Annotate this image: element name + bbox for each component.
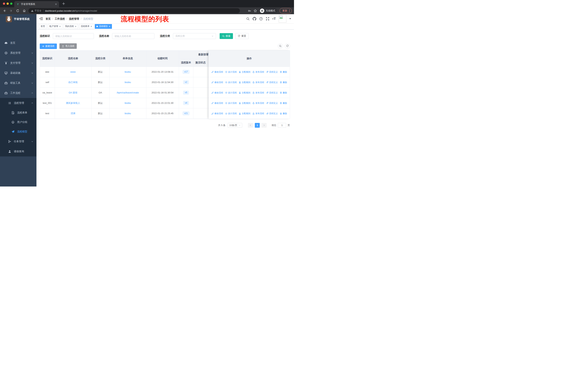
sidebar-item-leave-query[interactable]: 请假查询 [0, 146, 36, 156]
design-process-link[interactable]: 设计流程 [225, 112, 237, 115]
form-link[interactable]: biubiu [125, 112, 131, 115]
publish-process-link[interactable]: 发布流程 [252, 81, 264, 84]
design-process-link[interactable]: 设计流程 [225, 102, 237, 105]
user-avatar[interactable] [279, 15, 286, 23]
filter-id-input[interactable] [53, 33, 94, 39]
delete-link[interactable]: 删除 [280, 81, 287, 84]
close-window-button[interactable] [3, 2, 5, 5]
version-badge[interactable]: v4 [183, 101, 189, 105]
sidebar-item-payment[interactable]: 支付管理 [0, 58, 36, 68]
browser-update-button[interactable]: 更新 [280, 8, 292, 13]
url-text[interactable]: dashboard.yudao.iocoder.cn/bpm/manager/m… [45, 9, 97, 12]
next-page-button[interactable] [262, 123, 267, 128]
avatar-caret-icon[interactable] [289, 18, 291, 19]
import-process-button[interactable]: 导入流程 [59, 43, 77, 49]
delete-link[interactable]: 删除 [280, 71, 287, 74]
sidebar-item-process-form[interactable]: 流程表单 [0, 108, 36, 118]
edit-process-link[interactable]: 修改流程 [211, 81, 223, 84]
filter-category-select[interactable]: 流程分类 [173, 33, 216, 39]
delete-link[interactable]: 删除 [280, 91, 287, 94]
search-icon[interactable] [246, 17, 250, 20]
github-icon[interactable] [253, 17, 256, 20]
version-badge[interactable]: v17 [183, 70, 189, 74]
sidebar-item-devtools[interactable]: 研发工具 [0, 78, 36, 88]
minimize-window-button[interactable] [7, 2, 9, 5]
back-icon[interactable] [2, 8, 7, 13]
page-number-current[interactable]: 1 [255, 123, 260, 128]
maximize-window-button[interactable] [10, 2, 12, 5]
form-link[interactable]: /bpm/oa/leave/create [117, 91, 139, 94]
sidebar-item-infrastructure[interactable]: 基础设施 [0, 68, 36, 78]
home-icon[interactable] [22, 8, 27, 13]
tag-close-icon[interactable] [75, 26, 76, 27]
process-definition-link[interactable]: 流程定义 [266, 71, 278, 74]
process-definition-link[interactable]: 流程定义 [266, 102, 278, 105]
edit-process-link[interactable]: 修改流程 [211, 102, 223, 105]
assign-rule-link[interactable]: 分配规则 [239, 91, 251, 94]
sidebar-item-process-model[interactable]: 流程模型 [0, 127, 36, 136]
create-process-button[interactable]: 新建流程 [40, 43, 57, 49]
design-process-link[interactable]: 设计流程 [225, 71, 237, 74]
breadcrumb-workflow[interactable]: 工作流程 [55, 17, 65, 20]
kebab-menu-icon[interactable] [289, 9, 290, 12]
refresh-table-button[interactable] [285, 43, 290, 49]
forward-icon[interactable] [9, 8, 13, 13]
edit-process-link[interactable]: 修改流程 [211, 91, 223, 94]
sidebar-item-user-group[interactable]: 用户分组 [0, 118, 36, 127]
reload-icon[interactable] [15, 8, 20, 13]
tag-home[interactable]: 首页 [39, 24, 47, 29]
sidebar-item-process-manage[interactable]: 流程管理 [0, 98, 36, 108]
edit-process-link[interactable]: 修改流程 [211, 71, 223, 74]
bookmark-star-icon[interactable] [253, 9, 257, 13]
key-icon[interactable] [248, 9, 251, 13]
publish-process-link[interactable]: 发布流程 [252, 102, 264, 105]
help-icon[interactable] [259, 17, 263, 20]
fullscreen-icon[interactable] [266, 17, 269, 20]
edit-process-link[interactable]: 修改流程 [211, 112, 223, 115]
tag-process-model[interactable]: 流程模型 [95, 24, 112, 29]
breadcrumb-home[interactable]: 首页 [46, 17, 51, 20]
tag-process-form[interactable]: 流程表单 [79, 24, 94, 29]
browser-tab[interactable]: 芋道管理系统 [14, 1, 59, 7]
process-name-link[interactable]: eeee [70, 71, 76, 73]
assign-rule-link[interactable]: 分配规则 [239, 71, 251, 74]
prev-page-button[interactable] [248, 123, 253, 128]
filter-name-input[interactable] [112, 33, 154, 39]
design-process-link[interactable]: 设计流程 [225, 91, 237, 94]
version-badge[interactable]: v21 [183, 111, 189, 115]
reset-button[interactable]: 重置 [235, 33, 249, 39]
design-process-link[interactable]: 设计流程 [225, 81, 237, 84]
sidebar-item-task-manage[interactable]: 任务管理 [0, 136, 36, 146]
process-definition-link[interactable]: 流程定义 [266, 81, 278, 84]
assign-rule-link[interactable]: 分配规则 [239, 112, 251, 115]
process-name-link[interactable]: 滔博 [71, 112, 75, 115]
sidebar-item-workflow[interactable]: 工作流程 [0, 88, 36, 98]
tab-close-icon[interactable] [55, 3, 57, 5]
show-search-toggle-button[interactable] [278, 43, 283, 49]
sidebar-item-system[interactable]: 系统管理 [0, 48, 36, 58]
form-link[interactable]: biubiu [125, 102, 131, 104]
assign-rule-link[interactable]: 分配规则 [239, 81, 251, 84]
process-name-link[interactable]: OA 请假 [69, 91, 77, 94]
form-link[interactable]: biubiu [125, 81, 131, 84]
sidebar-logo[interactable]: 芋道管理系统 [0, 14, 36, 24]
address-field[interactable]: 不安全 dashboard.yudao.iocoder.cn/bpm/manag… [28, 8, 240, 13]
process-name-link[interactable]: 测试多审批人 [66, 102, 80, 104]
tag-close-icon[interactable] [59, 26, 61, 27]
publish-process-link[interactable]: 发布流程 [252, 91, 264, 94]
page-size-select[interactable]: 10条/页 [228, 123, 242, 128]
tag-close-icon[interactable] [109, 26, 110, 27]
publish-process-link[interactable]: 发布流程 [252, 112, 264, 115]
tag-close-icon[interactable] [91, 26, 92, 27]
tag-tenant[interactable]: 租户管理 [48, 24, 62, 29]
tag-my-process[interactable]: 我的流程 [63, 24, 78, 29]
font-size-icon[interactable]: TT [272, 17, 276, 21]
breadcrumb-process-manage[interactable]: 流程管理 [69, 17, 79, 20]
process-definition-link[interactable]: 流程定义 [266, 112, 278, 115]
version-badge[interactable]: v2 [183, 80, 189, 84]
publish-process-link[interactable]: 发布流程 [252, 71, 264, 74]
assign-rule-link[interactable]: 分配规则 [239, 102, 251, 105]
version-badge[interactable]: v5 [183, 91, 189, 94]
window-controls[interactable] [3, 2, 12, 5]
page-jump-input[interactable] [278, 123, 286, 128]
